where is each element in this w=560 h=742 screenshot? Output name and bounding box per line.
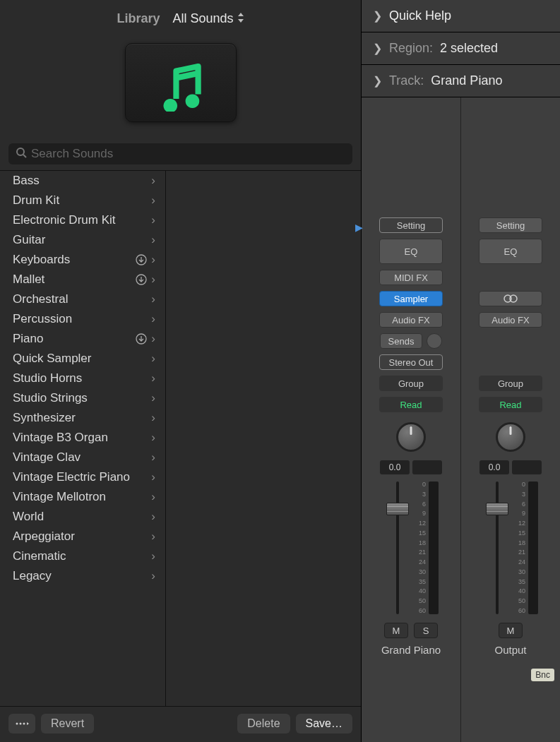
chevron-right-icon: › — [151, 352, 155, 366]
category-label: Vintage Clav — [13, 450, 81, 465]
category-item[interactable]: Vintage Clav› — [0, 448, 165, 467]
chevron-right-icon: › — [151, 193, 155, 208]
chevron-right-icon: › — [151, 371, 155, 385]
category-label: Legacy — [13, 569, 52, 583]
chevron-right-icon: › — [151, 510, 155, 524]
library-scope-dropdown[interactable]: All Sounds — [172, 11, 244, 26]
category-item[interactable]: Arpeggiator› — [0, 527, 165, 546]
chevron-right-icon: › — [151, 470, 155, 484]
category-item[interactable]: Quick Sampler› — [0, 349, 165, 369]
category-label: Studio Strings — [13, 391, 88, 405]
category-item[interactable]: Synthesizer› — [0, 408, 165, 428]
instrument-slot[interactable]: Sampler — [379, 291, 443, 306]
revert-button[interactable]: Revert — [41, 714, 94, 734]
category-label: Arpeggiator — [13, 529, 75, 544]
category-label: Quick Sampler — [13, 352, 91, 366]
category-label: Guitar — [13, 233, 45, 247]
setting-slot[interactable]: Setting — [379, 217, 443, 233]
category-item[interactable]: World› — [0, 507, 165, 527]
category-item[interactable]: Studio Horns› — [0, 369, 165, 388]
category-label: Vintage B3 Organ — [13, 431, 108, 445]
download-icon[interactable] — [136, 254, 147, 265]
volume-fader[interactable] — [483, 481, 511, 614]
stereo-link-button[interactable] — [479, 291, 542, 306]
category-item[interactable]: Drum Kit› — [0, 191, 165, 210]
chevron-right-icon: › — [151, 450, 155, 465]
category-item[interactable]: Keyboards› — [0, 250, 165, 270]
peak-readout[interactable] — [512, 460, 542, 474]
group-slot[interactable]: Group — [379, 376, 443, 391]
download-icon[interactable] — [136, 333, 147, 345]
track-value: Grand Piano — [431, 73, 502, 88]
updown-icon — [237, 13, 244, 25]
audio-fx-slot[interactable]: Audio FX — [479, 312, 542, 328]
volume-readout[interactable]: 0.0 — [479, 460, 509, 474]
chevron-right-icon: › — [151, 312, 155, 326]
chevron-right-icon: › — [151, 253, 155, 267]
category-item[interactable]: Studio Strings› — [0, 388, 165, 408]
category-column[interactable]: Bass›Drum Kit›Electronic Drum Kit›Guitar… — [0, 171, 166, 706]
category-item[interactable]: Bass› — [0, 171, 165, 191]
category-item[interactable]: Guitar› — [0, 230, 165, 250]
automation-mode[interactable]: Read — [479, 397, 542, 412]
category-label: Drum Kit — [13, 193, 59, 208]
category-item[interactable]: Electronic Drum Kit› — [0, 210, 165, 230]
search-input[interactable] — [31, 147, 345, 161]
category-label: Keyboards — [13, 253, 70, 267]
setting-slot[interactable]: Setting — [479, 217, 542, 233]
delete-button[interactable]: Delete — [237, 714, 290, 734]
send-knob[interactable] — [427, 333, 442, 349]
region-section[interactable]: ❯ Region: 2 selected — [362, 32, 560, 65]
svg-line-1 — [23, 155, 26, 157]
category-label: Orchestral — [13, 292, 68, 306]
track-label: Track: — [389, 73, 424, 88]
save-button[interactable]: Save… — [296, 714, 352, 734]
solo-button[interactable]: S — [414, 623, 438, 638]
svg-point-0 — [17, 148, 24, 155]
chevron-right-icon: ❯ — [373, 9, 382, 23]
download-icon[interactable] — [136, 274, 147, 285]
chevron-right-icon: › — [151, 213, 155, 227]
peak-readout[interactable] — [412, 460, 442, 474]
search-field[interactable] — [8, 143, 352, 164]
eq-slot[interactable]: EQ — [379, 239, 443, 264]
quick-help-label: Quick Help — [389, 8, 451, 23]
audio-fx-slot[interactable]: Audio FX — [379, 312, 443, 328]
eq-slot[interactable]: EQ — [479, 239, 542, 264]
track-section[interactable]: ❯ Track: Grand Piano — [362, 65, 560, 97]
library-scope-label: All Sounds — [172, 11, 233, 26]
category-item[interactable]: Vintage Mellotron› — [0, 487, 165, 507]
chevron-right-icon: › — [151, 549, 155, 563]
quick-help-section[interactable]: ❯ Quick Help — [362, 0, 560, 32]
sends-slot[interactable]: Sends — [380, 333, 422, 349]
category-item[interactable]: Mallet› — [0, 270, 165, 289]
group-slot[interactable]: Group — [479, 376, 542, 391]
volume-fader[interactable] — [383, 481, 412, 614]
more-actions-button[interactable] — [8, 714, 35, 734]
category-item[interactable]: Cinematic› — [0, 546, 165, 566]
channel-strips: ▶ Setting EQ MIDI FX Sampler Audio FX Se… — [362, 97, 560, 742]
category-item[interactable]: Piano› — [0, 329, 165, 349]
strip-name: Output — [494, 644, 526, 663]
category-label: Electronic Drum Kit — [13, 213, 115, 227]
midi-fx-slot[interactable]: MIDI FX — [379, 270, 443, 285]
bounce-button[interactable]: Bnc — [531, 669, 554, 681]
volume-readout[interactable]: 0.0 — [380, 460, 410, 474]
output-slot[interactable]: Stereo Out — [379, 354, 443, 370]
category-item[interactable]: Orchestral› — [0, 289, 165, 309]
channel-strip-grand-piano: ▶ Setting EQ MIDI FX Sampler Audio FX Se… — [362, 97, 461, 742]
chevron-right-icon: › — [151, 292, 155, 306]
subcategory-column[interactable] — [166, 171, 361, 706]
automation-mode[interactable]: Read — [379, 397, 443, 412]
pan-knob[interactable] — [396, 422, 426, 452]
category-label: World — [13, 510, 44, 524]
mute-button[interactable]: M — [499, 623, 523, 638]
category-item[interactable]: Vintage Electric Piano› — [0, 467, 165, 487]
pan-knob[interactable] — [496, 422, 525, 452]
category-item[interactable]: Percussion› — [0, 309, 165, 329]
category-item[interactable]: Legacy› — [0, 566, 165, 586]
category-item[interactable]: Vintage B3 Organ› — [0, 428, 165, 448]
category-label: Percussion — [13, 312, 72, 326]
library-footer: Revert Delete Save… — [0, 706, 361, 742]
mute-button[interactable]: M — [384, 623, 408, 638]
